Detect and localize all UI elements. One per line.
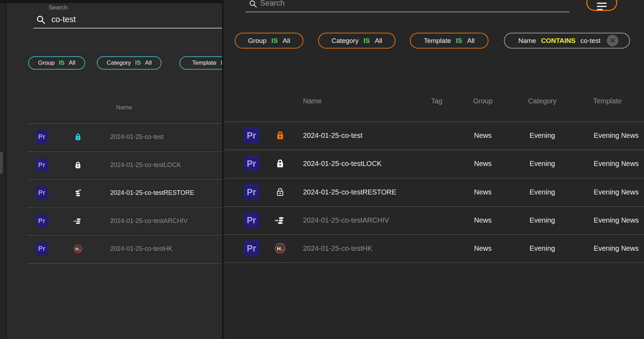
premiere-project-icon: Pr: [35, 242, 48, 255]
restore-icon: [71, 179, 84, 207]
remove-filter-button[interactable]: ✕: [607, 35, 618, 46]
filter-value: co-test: [580, 37, 600, 45]
left-browser-panel: Search co-test Group IS All Category IS …: [0, 0, 222, 339]
table-row[interactable]: Pr 2024-01-25-co-testARCHIV: [0, 207, 222, 235]
filter-chip-name-contains[interactable]: Name CONTAINS co-test ✕: [504, 33, 630, 49]
filter-operator: IS: [135, 59, 141, 66]
filter-chip-group[interactable]: Group IS All: [235, 33, 303, 49]
lock-cyan-icon: [71, 123, 84, 151]
premiere-project-icon: Pr: [35, 186, 48, 199]
cell-group: News: [455, 149, 511, 178]
cell-template: Evening News: [579, 178, 644, 206]
table-row[interactable]: Pr Hhk 2024-01-25-co-testHK: [0, 235, 222, 263]
entry-name: 2024-01-25-co-testHK: [303, 234, 372, 262]
filter-operator: IS: [364, 37, 370, 45]
svg-text:hk: hk: [78, 249, 82, 252]
section-divider: [23, 49, 222, 50]
cell-category: Evening: [514, 149, 570, 178]
table-row[interactable]: Pr 2024-01-25-co-testRESTORE: [0, 179, 222, 207]
cell-template: Evening News: [579, 121, 644, 149]
column-header-group[interactable]: Group: [455, 97, 511, 105]
column-header-name[interactable]: Name: [116, 104, 132, 111]
entry-name: 2024-01-25-co-testLOCK: [303, 149, 381, 178]
close-icon: ✕: [610, 37, 615, 45]
search-label: Search: [49, 4, 68, 11]
filter-chip-template[interactable]: Template IS All: [179, 56, 222, 70]
svg-text:hk: hk: [281, 248, 285, 252]
cell-tag: [423, 121, 451, 149]
housekeeping-icon: Hhk: [273, 234, 287, 262]
cell-category: Evening: [514, 178, 570, 206]
table-row[interactable]: Pr 2024-01-25-co-testRESTORE News Evenin…: [223, 178, 644, 206]
search-icon: [248, 0, 258, 10]
filter-chip-category[interactable]: Category IS All: [97, 56, 162, 70]
table-row[interactable]: Pr 2024-01-25-co-test News Evening Eveni…: [223, 121, 644, 149]
archive-icon: [71, 207, 84, 235]
filter-chip-template[interactable]: Template IS All: [410, 33, 488, 49]
unlock-icon: [273, 178, 287, 206]
premiere-project-icon: Pr: [35, 215, 48, 227]
column-header-name[interactable]: Name: [303, 97, 322, 105]
cell-category: Evening: [514, 206, 570, 234]
column-header-tag[interactable]: Tag: [423, 97, 451, 105]
filter-value: All: [283, 37, 290, 45]
search-underline: [246, 12, 569, 12]
cell-group: News: [455, 206, 511, 234]
housekeeping-icon: Hhk: [71, 235, 84, 263]
filter-value: All: [69, 59, 75, 66]
svg-text:H: H: [75, 247, 78, 251]
panel-collapse-handle[interactable]: [0, 152, 3, 174]
search-icon: [35, 14, 46, 27]
app-window: Search co-test Group IS All Category IS …: [0, 0, 644, 339]
rail-divider-line: [5, 3, 6, 339]
row-separator: [225, 262, 644, 263]
filter-field: Group: [248, 37, 267, 45]
entry-name: 2024-01-25-co-test: [303, 121, 362, 149]
filter-chip-group[interactable]: Group IS All: [28, 56, 85, 70]
cell-category: Evening: [514, 121, 570, 149]
filter-chip-category[interactable]: Category IS All: [318, 33, 396, 49]
filter-operator: IS: [59, 59, 64, 66]
premiere-project-icon: Pr: [35, 159, 48, 171]
table-row[interactable]: Pr Hhk 2024-01-25-co-testHK News Evening…: [223, 234, 644, 262]
filter-operator: CONTAINS: [541, 37, 575, 45]
cell-template: Evening News: [579, 234, 644, 262]
lock-icon: [273, 149, 287, 178]
cell-group: News: [455, 121, 511, 149]
entry-name: 2024-01-25-co-testRESTORE: [110, 179, 194, 207]
entry-name: 2024-01-25-co-testHK: [110, 235, 172, 263]
cell-tag: [423, 234, 451, 262]
premiere-project-icon: Pr: [243, 127, 260, 143]
svg-text:H: H: [277, 246, 281, 251]
lock-icon: [71, 151, 84, 179]
cell-tag: [423, 206, 451, 234]
table-row[interactable]: Pr 2024-01-25-co-testLOCK: [0, 151, 222, 179]
table-row[interactable]: Pr 2024-01-25-co-testLOCK News Evening E…: [223, 149, 644, 178]
archive-icon: [273, 206, 287, 234]
sort-filter-button[interactable]: [586, 0, 617, 11]
row-separator: [27, 263, 222, 264]
filter-field: Group: [38, 59, 55, 66]
premiere-project-icon: Pr: [243, 212, 260, 228]
search-input[interactable]: co-test: [51, 15, 76, 24]
column-header-template[interactable]: Template: [572, 97, 643, 105]
cell-tag: [423, 178, 451, 206]
entry-name: 2024-01-25-co-test: [110, 123, 164, 151]
left-panel-top-strip: [0, 0, 222, 3]
filter-operator: IS: [456, 37, 462, 45]
column-header-category[interactable]: Category: [514, 97, 570, 105]
entry-name: 2024-01-25-co-testARCHIV: [303, 206, 389, 234]
table-row[interactable]: Pr 2024-01-25-co-testARCHIV News Evening…: [223, 206, 644, 234]
filter-field: Category: [332, 37, 359, 45]
search-input[interactable]: Search: [260, 0, 285, 8]
filter-value: All: [375, 37, 382, 45]
table-row[interactable]: Pr 2024-01-25-co-test: [0, 123, 222, 151]
filter-field: Category: [107, 59, 131, 66]
premiere-project-icon: Pr: [243, 240, 260, 256]
cell-tag: [423, 149, 451, 178]
cell-template: Evening News: [579, 206, 644, 234]
filter-value: All: [467, 37, 474, 45]
filter-field: Template: [424, 37, 451, 45]
premiere-project-icon: Pr: [243, 155, 260, 172]
cell-template: Evening News: [579, 149, 644, 178]
